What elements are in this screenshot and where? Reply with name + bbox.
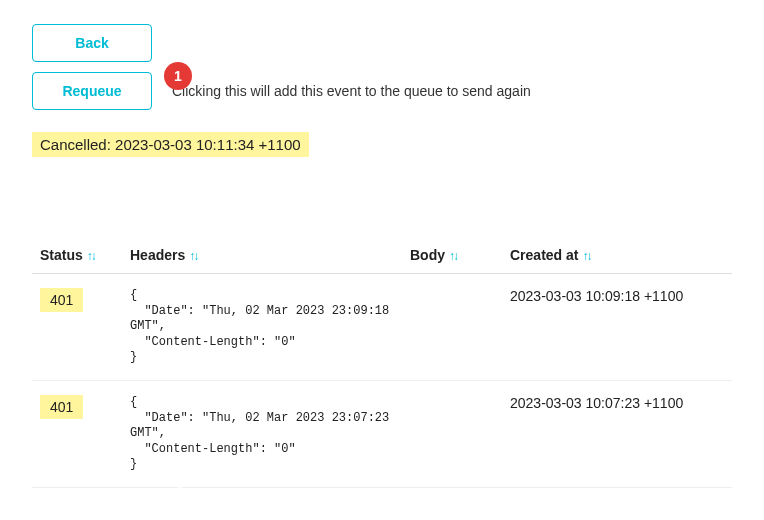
col-created-label: Created at (510, 247, 578, 263)
annotation-marker-1: 1 (164, 62, 192, 90)
col-body-label: Body (410, 247, 445, 263)
sort-icon[interactable]: ↑↓ (449, 249, 457, 263)
sort-icon[interactable]: ↑↓ (189, 249, 197, 263)
back-button[interactable]: Back (32, 24, 152, 62)
col-body-header[interactable]: Body↑↓ (402, 237, 502, 274)
col-created-header[interactable]: Created at↑↓ (502, 237, 732, 274)
table-row: 401 { "Date": "Thu, 02 Mar 2023 23:09:18… (32, 274, 732, 381)
requeue-button[interactable]: Requeue (32, 72, 152, 110)
requeue-caption: Clicking this will add this event to the… (172, 83, 531, 99)
col-status-label: Status (40, 247, 83, 263)
status-badge: 401 (40, 395, 83, 419)
sort-icon[interactable]: ↑↓ (582, 249, 590, 263)
body-cell (402, 380, 502, 487)
col-status-header[interactable]: Status↑↓ (32, 237, 122, 274)
table-row: 401 { "Date": "Thu, 02 Mar 2023 23:07:23… (32, 380, 732, 487)
headers-code: { "Date": "Thu, 02 Mar 2023 23:09:18 GMT… (130, 288, 390, 366)
created-at-cell: 2023-03-03 10:07:23 +1100 (502, 380, 732, 487)
status-badge: 401 (40, 288, 83, 312)
col-headers-label: Headers (130, 247, 185, 263)
created-at-cell: 2023-03-03 10:09:18 +1100 (502, 274, 732, 381)
col-headers-header[interactable]: Headers↑↓ (122, 237, 402, 274)
torn-edge-decoration (0, 484, 764, 514)
sort-icon[interactable]: ↑↓ (87, 249, 95, 263)
body-cell (402, 274, 502, 381)
headers-code: { "Date": "Thu, 02 Mar 2023 23:07:23 GMT… (130, 395, 390, 473)
cancelled-banner: Cancelled: 2023-03-03 10:11:34 +1100 (32, 132, 309, 157)
events-table: Status↑↓ Headers↑↓ Body↑↓ Created at↑↓ 4… (32, 237, 732, 488)
